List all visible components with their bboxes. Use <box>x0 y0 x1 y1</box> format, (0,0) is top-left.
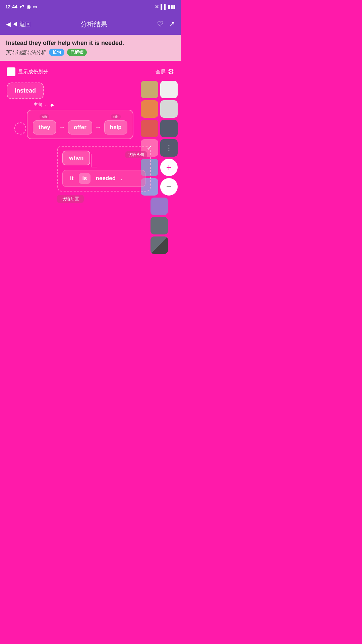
sd-icon: ▭ <box>33 4 37 9</box>
wifi-icon: ▾? <box>19 4 25 9</box>
word-offer-container: offer <box>68 120 92 135</box>
when-label: when <box>69 155 83 161</box>
fullscreen-label: 全屏 <box>156 69 166 75</box>
word-help-container: sth help <box>104 114 127 135</box>
word-help: help <box>104 120 127 135</box>
word-it: it <box>67 173 77 184</box>
swatch-white[interactable] <box>160 81 178 98</box>
adv-post-label: 状语后置 <box>62 196 79 201</box>
syntax-diagram: Instead 主句 · · ·▶ sth they → offer → sth… <box>3 79 127 203</box>
sentence-text: Instead they offer help when it is neede… <box>6 40 175 47</box>
connector-2: → <box>95 123 102 135</box>
instead-label: Instead <box>15 87 36 94</box>
swatch-charcoal2[interactable] <box>150 236 168 254</box>
swatch-coral[interactable] <box>141 120 158 137</box>
battery-icon: ▮▮▮ <box>168 4 176 9</box>
status-left: 12:44 ▾? ◉ ▭ <box>5 4 37 9</box>
header-actions: ♡ ↗ <box>157 20 175 29</box>
word-needed: needed <box>93 173 119 184</box>
header: ◀ ◀ 返回 分析结果 ♡ ↗ <box>0 13 181 35</box>
toggle-checkbox[interactable] <box>7 67 15 76</box>
status-right: ✕▐▐ ▮▮▮ <box>155 4 176 9</box>
main-clause-label: 主句 <box>34 102 42 108</box>
badge-unlocked: 已解锁 <box>67 49 87 56</box>
page-title: 分析结果 <box>80 20 107 29</box>
info-section: Instead they offer help when it is neede… <box>0 35 181 61</box>
color-row-8 <box>150 236 168 254</box>
word-tag-sth-1: sth <box>40 114 49 119</box>
word-offer: offer <box>68 120 92 135</box>
heart-icon[interactable]: ♡ <box>157 20 164 29</box>
minus-button[interactable]: − <box>160 178 178 196</box>
color-row-3 <box>141 120 178 137</box>
show-toggle[interactable]: 显示成份划分 <box>7 67 48 76</box>
canvas-toolbar: 显示成份划分 全屏 ⚙ <box>0 64 181 79</box>
headphones-icon: ◉ <box>26 4 31 9</box>
dots-button[interactable]: ⋮ <box>160 139 178 157</box>
back-label: ◀ 返回 <box>12 20 31 28</box>
status-bar: 12:44 ▾? ◉ ▭ ✕▐▐ ▮▮▮ <box>0 0 181 13</box>
swatch-darkgray[interactable] <box>160 120 178 137</box>
sub-label: 英语句型语法分析 <box>6 49 46 56</box>
canvas-area: 显示成份划分 全屏 ⚙ ✓ ⋮ + − <box>0 61 181 316</box>
fullscreen-button[interactable]: 全屏 ⚙ <box>156 67 174 76</box>
word-tag-sth-2: sth <box>111 114 121 119</box>
adv-clause-label: 状语从句 <box>128 152 144 157</box>
color-row-7 <box>150 217 168 234</box>
swatch-tan[interactable] <box>141 81 158 98</box>
swatch-lightgray[interactable] <box>160 100 178 118</box>
color-row-1 <box>141 81 178 98</box>
color-row-6 <box>150 198 168 215</box>
back-icon: ◀ <box>6 20 11 28</box>
word-they-container: sth they <box>33 114 56 135</box>
settings-icon[interactable]: ⚙ <box>168 67 174 76</box>
show-label: 显示成份划分 <box>18 69 48 75</box>
signal-icon: ✕▐▐ <box>155 4 166 9</box>
badge-long-sentence: 长句 <box>49 49 64 56</box>
word-they: they <box>33 120 56 135</box>
time-display: 12:44 <box>5 4 17 9</box>
connector-1: → <box>59 123 65 135</box>
swatch-orange[interactable] <box>141 100 158 118</box>
swatch-charcoal1[interactable] <box>150 217 168 234</box>
word-is: is <box>79 173 90 184</box>
sentence-sub: 英语句型语法分析 长句 已解锁 <box>6 49 175 56</box>
add-button[interactable]: + <box>160 159 178 176</box>
color-row-2 <box>141 100 178 118</box>
share-icon[interactable]: ↗ <box>169 20 175 29</box>
back-button[interactable]: ◀ ◀ 返回 <box>6 20 31 28</box>
period: . <box>121 175 123 182</box>
swatch-purple[interactable] <box>150 198 168 215</box>
